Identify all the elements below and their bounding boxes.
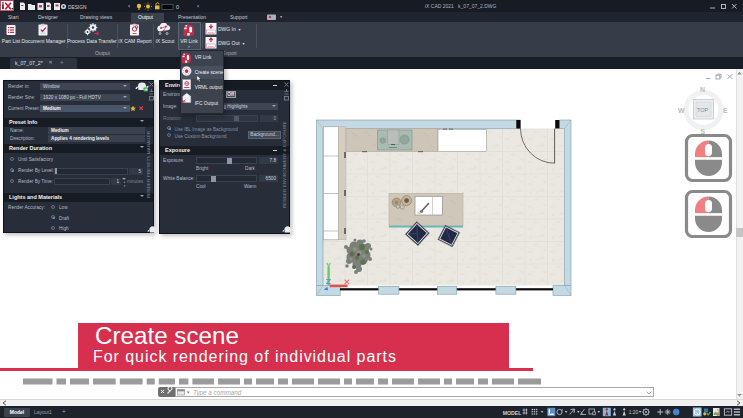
svg-text:DWG: DWG bbox=[208, 45, 214, 48]
svg-text:DESIGN: DESIGN bbox=[68, 5, 87, 10]
svg-text:DWG: DWG bbox=[208, 31, 214, 34]
svg-text:E: E bbox=[723, 107, 728, 114]
svg-text:MODEL: MODEL bbox=[503, 410, 523, 416]
svg-text:1:20: 1:20 bbox=[629, 410, 639, 415]
svg-text:TOP: TOP bbox=[697, 107, 709, 113]
svg-text:N: N bbox=[700, 86, 705, 93]
svg-text:W: W bbox=[678, 107, 685, 114]
svg-text:0: 0 bbox=[176, 4, 179, 10]
